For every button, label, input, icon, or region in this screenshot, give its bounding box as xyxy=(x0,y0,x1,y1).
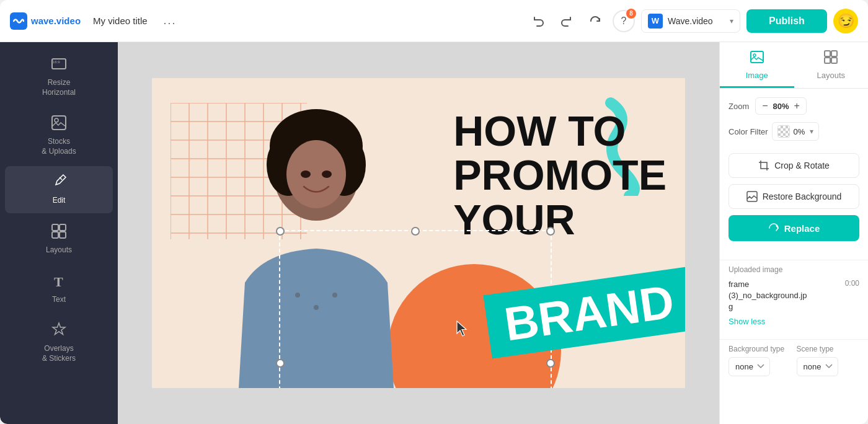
sidebar-resize-label: ResizeHorizontal xyxy=(42,78,76,97)
scene-type-select[interactable]: none xyxy=(797,357,838,376)
tab-layouts-label: Layouts xyxy=(817,71,845,80)
sidebar-item-edit[interactable]: Edit xyxy=(5,166,113,213)
sidebar-overlays-label: Overlays& Stickers xyxy=(42,344,76,363)
svg-text:16:9: 16:9 xyxy=(53,60,60,64)
color-filter-label: Color Filter xyxy=(728,127,768,136)
svg-rect-4 xyxy=(52,175,66,188)
filter-chevron-icon: ▾ xyxy=(810,127,813,136)
headline-line2: PROMOTE xyxy=(453,153,666,197)
zoom-row: Zoom − 80% + xyxy=(728,97,859,115)
filter-value: 0% xyxy=(794,127,805,136)
color-swatch xyxy=(777,125,790,138)
svg-rect-8 xyxy=(60,232,66,238)
panel-divider-2 xyxy=(720,339,868,340)
zoom-plus-button[interactable]: + xyxy=(793,100,801,112)
resize-icon: 16:9 xyxy=(51,56,67,76)
zoom-label: Zoom xyxy=(728,102,749,111)
sidebar: 16:9 ResizeHorizontal Stocks& Uploads xyxy=(0,42,118,424)
svg-point-3 xyxy=(55,118,58,122)
person-image xyxy=(202,84,431,388)
main-body: 16:9 ResizeHorizontal Stocks& Uploads xyxy=(0,42,868,424)
zoom-controls: − 80% + xyxy=(755,97,807,115)
brand-logo: W xyxy=(648,14,663,29)
more-options-button[interactable]: ... xyxy=(160,12,180,30)
sidebar-layouts-label: Layouts xyxy=(46,245,72,255)
svg-rect-2 xyxy=(52,116,66,130)
svg-rect-25 xyxy=(825,51,830,56)
restore-background-label: Restore Background xyxy=(763,192,842,201)
avatar-emoji: 😏 xyxy=(838,13,854,29)
crop-icon xyxy=(758,160,769,171)
svg-point-22 xyxy=(332,293,337,298)
svg-point-19 xyxy=(322,170,332,178)
crop-section: Crop & Rotate Restore Background xyxy=(720,153,868,255)
file-info: frame(3)_no_background.jpg 0:00 xyxy=(728,279,859,313)
canvas: HOW TO PROMOTE YOUR BRAND xyxy=(152,78,685,388)
tab-layouts[interactable]: Layouts xyxy=(794,42,869,88)
svg-point-17 xyxy=(286,140,346,208)
tab-image-label: Image xyxy=(746,71,768,80)
svg-rect-7 xyxy=(52,232,58,238)
replace-button[interactable]: Replace xyxy=(728,215,859,241)
logo[interactable]: wave.video xyxy=(10,12,81,30)
panel-divider-1 xyxy=(720,260,868,260)
help-badge: 8 xyxy=(626,9,636,19)
show-less-button[interactable]: Show less xyxy=(728,317,765,326)
sidebar-item-resize[interactable]: 16:9 ResizeHorizontal xyxy=(5,48,113,105)
sidebar-item-overlays[interactable]: Overlays& Stickers xyxy=(5,314,113,371)
svg-rect-26 xyxy=(831,51,837,56)
tab-image[interactable]: Image xyxy=(720,42,794,88)
file-name: frame(3)_no_background.jpg xyxy=(728,279,845,313)
video-title[interactable]: My video title xyxy=(88,13,153,29)
publish-button[interactable]: Publish xyxy=(746,9,827,33)
edit-icon xyxy=(51,174,67,193)
restore-background-button[interactable]: Restore Background xyxy=(728,184,859,209)
image-tab-icon xyxy=(750,50,764,68)
zoom-minus-button[interactable]: − xyxy=(761,100,769,112)
canvas-content: HOW TO PROMOTE YOUR BRAND xyxy=(152,78,685,388)
background-type-section: Background type none xyxy=(728,345,792,376)
layouts-icon xyxy=(51,223,67,243)
right-panel: Image Layouts xyxy=(719,42,868,424)
svg-rect-23 xyxy=(751,51,763,63)
redo-button[interactable] xyxy=(556,10,578,32)
sidebar-item-layouts[interactable]: Layouts xyxy=(5,216,113,263)
logo-icon xyxy=(10,12,27,30)
uploaded-image-section: Uploaded image frame(3)_no_background.jp… xyxy=(720,265,868,334)
zoom-value: 80% xyxy=(773,102,789,111)
header: wave.video My video title ... xyxy=(0,0,868,42)
svg-point-24 xyxy=(753,54,756,56)
file-time: 0:00 xyxy=(845,279,859,288)
type-section: Background type none Scene type none xyxy=(720,345,868,384)
svg-rect-5 xyxy=(52,224,58,231)
logo-text: wave.video xyxy=(31,15,81,26)
svg-point-20 xyxy=(295,293,300,298)
color-filter-row: Color Filter 0% ▾ xyxy=(728,122,859,141)
background-type-label: Background type xyxy=(728,345,792,353)
canvas-area[interactable]: HOW TO PROMOTE YOUR BRAND xyxy=(118,42,719,424)
brand-chevron-icon: ▾ xyxy=(730,17,733,25)
uploaded-image-label: Uploaded image xyxy=(728,265,859,274)
stocks-icon xyxy=(51,115,67,135)
brand-selector[interactable]: W Wave.video ▾ xyxy=(641,9,740,33)
svg-rect-6 xyxy=(60,224,66,231)
type-selects-row: Background type none Scene type none xyxy=(728,345,859,376)
overlays-icon xyxy=(51,322,67,342)
color-filter-controls[interactable]: 0% ▾ xyxy=(772,122,820,141)
replace-icon xyxy=(768,223,779,234)
svg-rect-28 xyxy=(831,58,837,63)
svg-text:T: T xyxy=(54,274,63,289)
refresh-button[interactable] xyxy=(584,10,606,32)
help-button[interactable]: ? 8 xyxy=(613,10,635,32)
layouts-tab-icon xyxy=(823,50,838,68)
headline-text: HOW TO PROMOTE YOUR xyxy=(453,109,666,242)
background-type-select[interactable]: none xyxy=(728,357,770,376)
crop-rotate-button[interactable]: Crop & Rotate xyxy=(728,153,859,178)
svg-point-18 xyxy=(301,170,311,178)
sidebar-item-text[interactable]: T Text xyxy=(5,265,113,312)
sidebar-item-stocks[interactable]: Stocks& Uploads xyxy=(5,107,113,164)
header-controls: ? 8 W Wave.video ▾ Publish 😏 xyxy=(527,9,858,33)
avatar-button[interactable]: 😏 xyxy=(833,9,858,33)
sidebar-stocks-label: Stocks& Uploads xyxy=(42,137,76,156)
undo-button[interactable] xyxy=(527,10,549,32)
